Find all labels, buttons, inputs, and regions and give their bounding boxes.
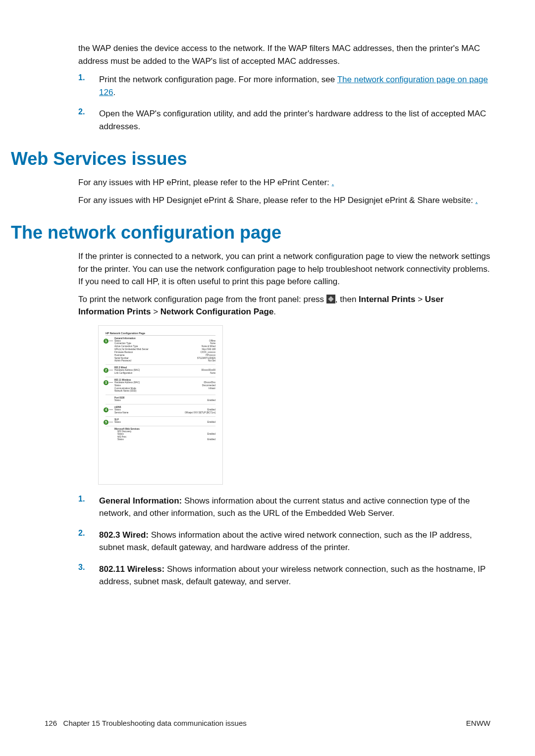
item-text: 802.3 Wired: Shows information about the… [99, 529, 490, 554]
step-number: 1. [78, 73, 99, 82]
nc-p2-mid: , then [335, 295, 359, 304]
nc-p2-pre: To print the network configuration page … [78, 295, 326, 304]
footer-right: ENWW [466, 719, 490, 727]
sp-v: Enabled [207, 399, 215, 402]
netconfig-p2: To print the network configuration page … [78, 293, 490, 318]
eprint-center-link[interactable]: . [332, 178, 334, 187]
text-pre: Print the network configuration page. Fo… [99, 75, 337, 84]
item-body: Shows information about the active wired… [99, 530, 472, 553]
frontpanel-icon [326, 295, 335, 303]
step-text: Print the network configuration page. Fo… [99, 73, 490, 99]
web-services-heading: Web Services issues [11, 149, 490, 169]
nc-p2-end: . [273, 307, 276, 316]
eprint-share-link[interactable]: . [476, 196, 478, 205]
nc-b3: Network Configuration Page [160, 307, 274, 316]
step-number: 2. [78, 107, 99, 116]
item-text: 802.11 Wireless: Shows information about… [99, 563, 490, 588]
item-lead: 802.11 Wireless: [99, 564, 164, 574]
page-footer: 126 Chapter 15 Troubleshooting data comm… [45, 719, 490, 727]
item-lead: General Information: [99, 496, 182, 505]
sample-title: HP Network Configuration Page [106, 332, 215, 336]
netconfig-p1: If the printer is connected to a network… [78, 250, 490, 288]
webservices-p1: For any issues with HP ePrint, please re… [78, 176, 490, 189]
intro-steps: 1. Print the network configuration page.… [78, 73, 490, 133]
nc-gt1: > [415, 295, 425, 304]
callout-1: 1 [104, 339, 108, 344]
sample-row: Admin PasswordNot Set [114, 359, 215, 362]
nc-gt2: > [151, 307, 160, 316]
item-number: 1. [78, 495, 99, 504]
page-number: 126 [45, 719, 57, 727]
ws-p2-pre: For any issues with HP Designjet ePrint … [78, 196, 476, 205]
nc-item-2: 2. 802.3 Wired: Shows information about … [78, 529, 490, 554]
sample-row: Service NameOfficejet XXX SETUP [BC71xx] [114, 411, 215, 414]
wap-paragraph: the WAP denies the device access to the … [78, 42, 490, 67]
network-config-sample-image: HP Network Configuration Page 1 General … [98, 325, 223, 485]
intro-step-2: 2. Open the WAP's configuration utility,… [78, 107, 490, 133]
netconfig-items: 1. General Information: Shows informatio… [78, 495, 490, 588]
callout-3: 3 [104, 380, 108, 385]
sample-row: Link ConfigurationNone [114, 372, 215, 375]
item-lead: 802.3 Wired: [99, 530, 149, 540]
nc-item-3: 3. 802.11 Wireless: Shows information ab… [78, 563, 490, 588]
intro-step-1: 1. Print the network configuration page.… [78, 73, 490, 99]
sample-row: StatusEnabled [114, 421, 215, 424]
text-post: . [113, 88, 115, 97]
sp-k: Status [114, 399, 121, 402]
step-text: Open the WAP's configuration utility, an… [99, 107, 490, 133]
ws-p1-pre: For any issues with HP ePrint, please re… [78, 178, 332, 187]
nc-item-1: 1. General Information: Shows informatio… [78, 495, 490, 520]
sample-row: StatusEnabled [117, 438, 215, 441]
chapter-label: Chapter 15 Troubleshooting data communic… [63, 719, 247, 727]
nc-b1: Internal Prints [359, 295, 415, 304]
callout-2: 2 [104, 368, 108, 373]
sample-row: Network Name (SSID) [114, 390, 215, 393]
item-number: 3. [78, 563, 99, 572]
webservices-p2: For any issues with HP Designjet ePrint … [78, 194, 490, 207]
callout-5: 5 [104, 420, 108, 425]
network-config-heading: The network configuration page [11, 222, 490, 243]
item-number: 2. [78, 529, 99, 538]
item-text: General Information: Shows information a… [99, 495, 490, 520]
callout-4: 4 [104, 407, 108, 412]
